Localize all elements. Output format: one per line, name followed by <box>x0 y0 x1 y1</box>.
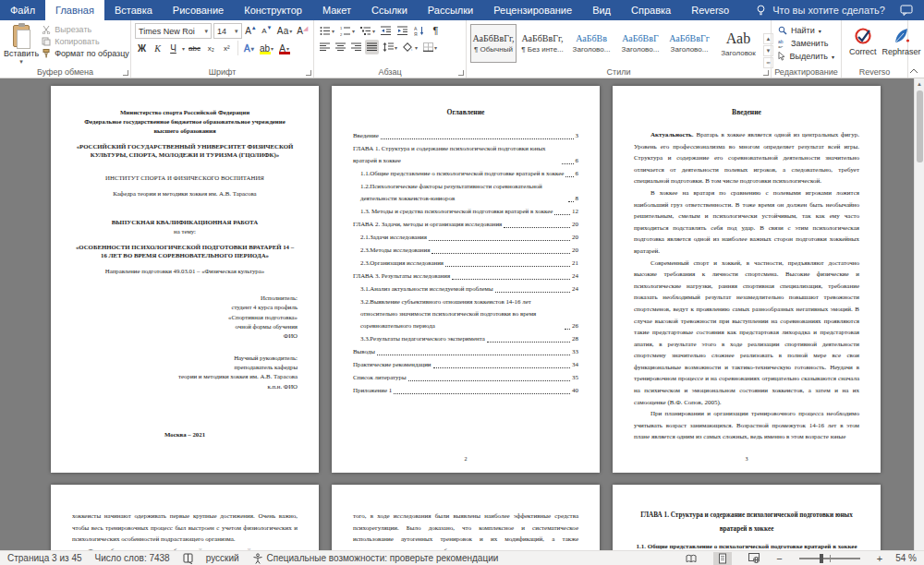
page-3-introduction[interactable]: Введение Актуальность. Вратарь в хоккее … <box>613 86 881 473</box>
shading-button[interactable]: ▾ <box>401 40 419 54</box>
tab-references[interactable]: Ссылки <box>361 0 418 20</box>
paragraph-dialog-launcher[interactable] <box>458 70 464 76</box>
zoom-level[interactable]: 54 % <box>895 553 917 563</box>
toc-entry[interactable]: 1.3. Методы и средства психологической п… <box>353 205 578 217</box>
page-1-title-page[interactable]: Министерство спорта Российской Федерации… <box>51 86 319 473</box>
align-left-button[interactable] <box>318 40 332 54</box>
underline-button[interactable]: Ч <box>166 41 180 55</box>
sort-button[interactable]: АЯ <box>412 23 427 38</box>
language-indicator[interactable]: русский <box>206 553 239 563</box>
borders-button[interactable]: ▾ <box>421 40 439 54</box>
increase-indent-button[interactable] <box>395 23 410 38</box>
tab-help[interactable]: Справка <box>621 0 681 20</box>
font-size-combo[interactable]: 14▾ <box>213 23 242 39</box>
toc-entry[interactable]: Выводы33 <box>353 345 578 357</box>
word-count[interactable]: Число слов: 7438 <box>95 553 170 563</box>
comment-icon[interactable] <box>900 5 913 16</box>
print-layout-button[interactable] <box>713 552 732 565</box>
align-right-button[interactable] <box>349 40 363 54</box>
style-title[interactable]: Ааb Заголовок <box>715 24 761 63</box>
reverso-correct-button[interactable]: Correct <box>849 25 877 56</box>
scroll-up-arrow[interactable]: ▲ <box>915 78 924 89</box>
font-color-button[interactable]: А▾ <box>277 41 291 55</box>
format-painter-button[interactable]: Формат по образцу <box>39 48 132 59</box>
justify-button[interactable] <box>365 40 379 54</box>
zoom-slider[interactable] <box>799 558 860 559</box>
grow-font-button[interactable]: А▲ <box>244 24 259 39</box>
bold-button[interactable]: Ж <box>135 41 149 55</box>
numbered-list-button[interactable]: 12▾ <box>338 23 357 38</box>
toc-entry[interactable]: 3.2.Выявление субъективного отношения хо… <box>353 295 578 331</box>
find-button[interactable]: Найти▾ <box>775 25 837 36</box>
zoom-out-button[interactable]: − <box>776 553 782 564</box>
decrease-indent-button[interactable] <box>379 23 394 38</box>
page-4-partial[interactable]: хоккеисты начинают одерживать первые кру… <box>51 485 319 550</box>
cut-button[interactable]: Вырезать <box>39 24 132 35</box>
strikethrough-button[interactable]: abc <box>187 41 202 55</box>
toc-entry[interactable]: 2.3.Методы исследования20 <box>353 244 578 256</box>
toc-entry[interactable]: 2.3.Организация исследования21 <box>353 257 578 269</box>
toc-entry[interactable]: Практические рекомендации34 <box>353 358 578 370</box>
page-6-partial[interactable]: ГЛАВА 1. Структура и содержание психолог… <box>613 485 881 550</box>
copy-button[interactable]: Копировать <box>39 36 132 47</box>
page-5-partial[interactable]: того, в ходе исследования были выявлены … <box>332 485 600 550</box>
tab-file[interactable]: Файл <box>0 0 45 20</box>
show-marks-button[interactable]: ¶ <box>429 23 443 38</box>
tab-mailings[interactable]: Рассылки <box>418 0 483 20</box>
page-indicator[interactable]: Страница 3 из 45 <box>7 553 82 563</box>
toc-entry[interactable]: 2.1.Задачи исследования20 <box>353 231 578 243</box>
toc-entry[interactable]: Приложение 140 <box>353 384 578 396</box>
scrollbar-thumb[interactable] <box>917 90 923 162</box>
accessibility-checker[interactable]: Специальные возможности: проверьте реком… <box>252 553 499 564</box>
document-canvas[interactable]: Министерство спорта Российской Федерации… <box>0 78 924 550</box>
style-heading2[interactable]: АаБбВвГ Заголово... <box>617 24 663 63</box>
style-normal[interactable]: АаБбВвГг, ¶ Обычный <box>470 24 517 63</box>
tell-me-box[interactable]: Что вы хотите сделать? <box>756 0 885 20</box>
proofing-icon[interactable] <box>183 553 193 564</box>
align-center-button[interactable] <box>334 40 347 54</box>
read-mode-button[interactable] <box>682 552 700 565</box>
style-no-spacing[interactable]: АаБбВвГг, ¶ Без инте... <box>519 24 565 63</box>
tab-design[interactable]: Конструктор <box>234 0 312 20</box>
change-case-button[interactable]: Аа▾ <box>275 24 293 39</box>
style-heading3[interactable]: АаБбВвГг Заголово... <box>666 24 712 63</box>
web-layout-button[interactable] <box>745 552 763 565</box>
underline-caret[interactable]: ▾ <box>182 45 185 52</box>
replace-button[interactable]: abac Заменить <box>775 38 837 49</box>
tab-home[interactable]: Главная <box>45 0 104 20</box>
line-spacing-button[interactable]: ▾ <box>381 40 399 54</box>
styles-dialog-launcher[interactable] <box>763 70 769 76</box>
page-2-toc[interactable]: Оглавление Введение3 ГЛАВА 1. Структура … <box>332 86 600 473</box>
vertical-scrollbar[interactable]: ▲ <box>914 78 924 550</box>
toc-entry[interactable]: 1.1.Общие представление о психологическо… <box>353 167 578 179</box>
reverso-rephraser-button[interactable]: Rephraser <box>882 25 921 56</box>
highlight-button[interactable]: ab▾ <box>258 41 275 55</box>
zoom-slider-thumb[interactable] <box>820 554 823 563</box>
tab-insert[interactable]: Вставка <box>104 0 163 20</box>
superscript-button[interactable]: x² <box>220 41 234 55</box>
zoom-in-button[interactable]: + <box>877 553 882 564</box>
clipboard-dialog-launcher[interactable] <box>123 70 128 76</box>
tab-review[interactable]: Рецензирование <box>483 0 582 20</box>
subscript-button[interactable]: x₂ <box>204 41 218 55</box>
toc-entry[interactable]: 1.2.Психологические факторы результативн… <box>353 180 578 204</box>
style-heading1[interactable]: АаБбВв Заголово... <box>568 24 614 63</box>
toc-entry[interactable]: Введение3 <box>353 129 578 141</box>
toc-entry[interactable]: ГЛАВА 2. Задачи, методы и организация ис… <box>353 218 578 230</box>
font-dialog-launcher[interactable] <box>306 70 311 76</box>
italic-button[interactable]: К <box>151 41 164 55</box>
tab-layout[interactable]: Макет <box>312 0 361 20</box>
tab-reverso[interactable]: Reverso <box>681 0 739 20</box>
select-button[interactable]: Выделить▾ <box>775 51 837 62</box>
collapse-ribbon-button[interactable] <box>909 68 918 74</box>
toc-entry[interactable]: Список литературы35 <box>353 371 578 383</box>
font-name-combo[interactable]: Times New Roi▾ <box>135 23 212 39</box>
toc-entry[interactable]: 3.3.Результаты педагогического экспериме… <box>353 332 578 344</box>
toc-entry[interactable]: ГЛАВА 1. Структура и содержание психолог… <box>353 142 578 166</box>
bullet-list-button[interactable]: ▾ <box>318 23 336 38</box>
toc-entry[interactable]: ГЛАВА 3. Результаты исследования24 <box>353 270 578 282</box>
text-effects-button[interactable]: А▾ <box>242 41 256 55</box>
tab-view[interactable]: Вид <box>582 0 621 20</box>
tab-draw[interactable]: Рисование <box>163 0 234 20</box>
toc-entry[interactable]: 3.1.Анализ актуальности исследуемой проб… <box>353 282 578 295</box>
